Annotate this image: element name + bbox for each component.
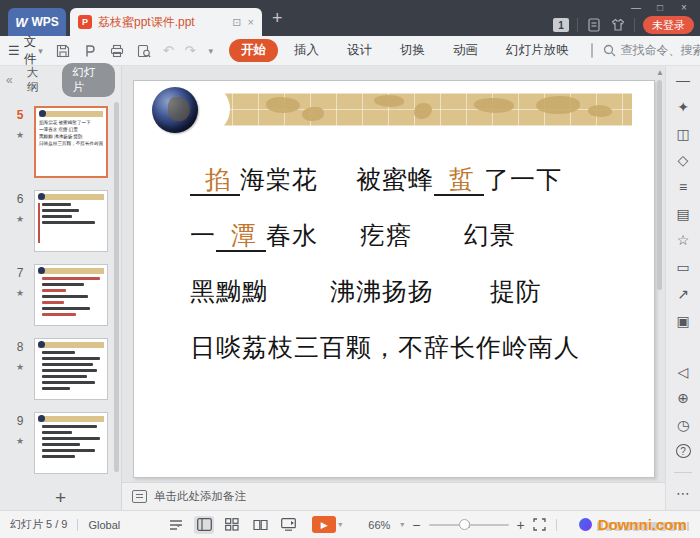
slide-thumbnail-9[interactable] xyxy=(34,412,108,474)
skin-theme-icon[interactable] xyxy=(610,17,626,33)
slide-counter: 幻灯片 5 / 9 xyxy=(10,517,67,532)
slide-thumbnail-5[interactable]: 掐海棠花 被蜜蜂蜇了一下一潭春水 疙瘩 幻景黑黝黝 沸沸扬扬 提防日啖荔枝三百颗… xyxy=(34,106,108,178)
zoom-in-button[interactable]: + xyxy=(517,517,525,533)
minimize-button[interactable]: — xyxy=(624,0,648,15)
language-indicator[interactable]: Global xyxy=(88,519,120,531)
zoom-out-button[interactable]: − xyxy=(412,517,420,533)
thumbnail-banner xyxy=(38,342,104,348)
object-adjust-icon[interactable]: ≡ xyxy=(673,178,693,197)
thumbnail-meta: 6★ xyxy=(6,190,34,252)
picture-icon[interactable]: ▣ xyxy=(673,311,693,330)
slide-thumbnail-7[interactable] xyxy=(34,264,108,326)
slide-thumbnail-row: 7★ xyxy=(6,264,121,326)
slide-text-block[interactable]: 掐海棠花被蜜蜂蜇了一下一潭春水疙瘩幻景黑黝黝沸沸扬扬提防日啖荔枝三百颗，不辞长作… xyxy=(190,163,634,387)
login-status-button[interactable]: 未登录 xyxy=(643,16,694,34)
thumb-text-line xyxy=(42,277,100,280)
right-toolbar: —✦◫◇≡▤☆▭↗▣◁⊕◷?⋯ xyxy=(665,66,700,510)
favorites-icon[interactable]: ☆ xyxy=(673,231,693,250)
file-menu-button[interactable]: 文件 xyxy=(24,34,37,68)
notes-toggle-icon[interactable] xyxy=(166,516,186,534)
zoom-slider-handle[interactable] xyxy=(459,519,470,530)
document-tab[interactable]: P 荔枝蜜ppt课件.ppt ⊡ × xyxy=(70,8,262,36)
quick-access-dropdown-icon[interactable]: ▾ xyxy=(209,46,214,56)
slide-sorter-icon[interactable] xyxy=(222,516,242,534)
wps-home-button[interactable]: W WPS xyxy=(8,8,66,36)
menu-tab-幻灯片放映[interactable]: 幻灯片放映 xyxy=(494,39,581,62)
zoom-slider[interactable] xyxy=(429,524,509,526)
slide-layout-icon[interactable]: ◫ xyxy=(673,124,693,143)
menu-tab-切换[interactable]: 切换 xyxy=(388,39,437,62)
zoom-dropdown-icon[interactable]: ▾ xyxy=(400,520,404,529)
new-tab-button[interactable]: + xyxy=(272,6,283,30)
slide-header-banner xyxy=(206,93,632,126)
tab-outline[interactable]: 大纲 xyxy=(27,65,49,95)
divider xyxy=(556,519,557,531)
play-options-icon[interactable]: ▾ xyxy=(338,520,342,529)
message-count-badge[interactable]: 1 xyxy=(553,18,569,32)
tab-slides[interactable]: 幻灯片 xyxy=(62,63,115,97)
comment-icon[interactable]: ▭ xyxy=(673,258,693,277)
editor-area: 掐海棠花被蜜蜂蜇了一下一潭春水疙瘩幻景黑黝黝沸沸扬扬提防日啖荔枝三百颗，不辞长作… xyxy=(122,66,665,482)
smart-beautify-icon[interactable]: ✦ xyxy=(673,98,693,117)
save-icon[interactable] xyxy=(55,43,71,59)
search-icon xyxy=(603,44,616,57)
menu-tab-动画[interactable]: 动画 xyxy=(441,39,490,62)
maximize-button[interactable]: □ xyxy=(648,0,672,15)
image-tools-icon[interactable]: ▤ xyxy=(673,204,693,223)
chevron-down-icon[interactable]: ▾ xyxy=(38,46,43,56)
member-icon[interactable]: ⊕ xyxy=(673,389,693,408)
slide-canvas[interactable]: 掐海棠花被蜜蜂蜇了一下一潭春水疙瘩幻景黑黝黝沸沸扬扬提防日啖荔枝三百颗，不辞长作… xyxy=(133,80,655,478)
print-preview-icon[interactable] xyxy=(136,43,152,59)
slide-thumbnail-6[interactable] xyxy=(34,190,108,252)
slide-thumbnail-row: 8★ xyxy=(6,338,121,400)
more-icon[interactable]: ⋯ xyxy=(673,483,693,502)
share-icon[interactable]: ↗ xyxy=(673,285,693,304)
panel-collapse-icon[interactable]: « xyxy=(6,73,13,87)
reading-view-icon[interactable] xyxy=(250,516,270,534)
animation-star-icon: ★ xyxy=(16,436,24,446)
fit-to-window-icon[interactable] xyxy=(533,518,546,531)
ribbon-extra-icon[interactable] xyxy=(591,43,593,58)
audio-icon[interactable]: ◁ xyxy=(673,362,693,381)
redo-icon[interactable]: ↷ xyxy=(185,43,196,59)
thumbnail-scrollbar[interactable] xyxy=(114,102,119,472)
export-pdf-icon[interactable] xyxy=(82,43,98,59)
scrollbar-thumb[interactable] xyxy=(657,80,662,290)
slide-thumbnail-8[interactable] xyxy=(34,338,108,400)
thumb-text-line xyxy=(42,203,71,206)
shapes-icon[interactable]: ◇ xyxy=(673,151,693,170)
add-slide-button[interactable]: + xyxy=(0,486,121,510)
projection-icon[interactable] xyxy=(278,516,298,534)
scroll-up-icon[interactable]: ▲ xyxy=(656,68,663,78)
menu-tab-插入[interactable]: 插入 xyxy=(282,39,331,62)
history-icon[interactable]: ◷ xyxy=(673,416,693,435)
watermark-dot-icon xyxy=(579,518,592,531)
menu-tab-开始[interactable]: 开始 xyxy=(229,39,278,62)
watermark-text: Downni.com xyxy=(598,516,687,533)
tab-close-icon[interactable]: × xyxy=(248,16,254,28)
document-assistant-icon[interactable] xyxy=(586,17,602,33)
slide-text: 黑黝黝 xyxy=(190,278,268,305)
tab-pin-icon[interactable]: ⊡ xyxy=(232,16,241,29)
slide-scrollbar[interactable]: ▲ xyxy=(656,68,663,480)
slideshow-play-button[interactable]: ▶ xyxy=(312,516,336,533)
hamburger-menu-icon[interactable]: ☰ xyxy=(8,43,20,58)
notes-bar[interactable]: 单击此处添加备注 xyxy=(122,482,665,510)
slide-text: 一 xyxy=(190,222,216,249)
thumbnail-banner xyxy=(39,111,103,117)
rail-collapse-handle[interactable]: — xyxy=(673,71,693,90)
zoom-value[interactable]: 66% xyxy=(368,519,390,531)
print-icon[interactable] xyxy=(109,43,125,59)
menubar: ☰ 文件 ▾ ↶ ↷ ▾ 开始插入设计切换动画幻灯片放映 查找命令、搜索模板 xyxy=(0,36,700,66)
normal-view-icon[interactable] xyxy=(194,516,214,534)
thumb-text-line xyxy=(42,301,64,304)
thumb-text-line xyxy=(42,387,70,390)
close-button[interactable]: × xyxy=(672,0,696,15)
command-search[interactable]: 查找命令、搜索模板 xyxy=(603,42,700,59)
menu-tab-设计[interactable]: 设计 xyxy=(335,39,384,62)
animation-star-icon: ★ xyxy=(16,214,24,224)
slide-text-line-4: 日啖荔枝三百颗，不辞长作岭南人 xyxy=(190,331,634,364)
undo-icon[interactable]: ↶ xyxy=(163,43,174,59)
help-icon[interactable]: ? xyxy=(676,444,691,458)
animation-star-icon: ★ xyxy=(16,130,24,140)
